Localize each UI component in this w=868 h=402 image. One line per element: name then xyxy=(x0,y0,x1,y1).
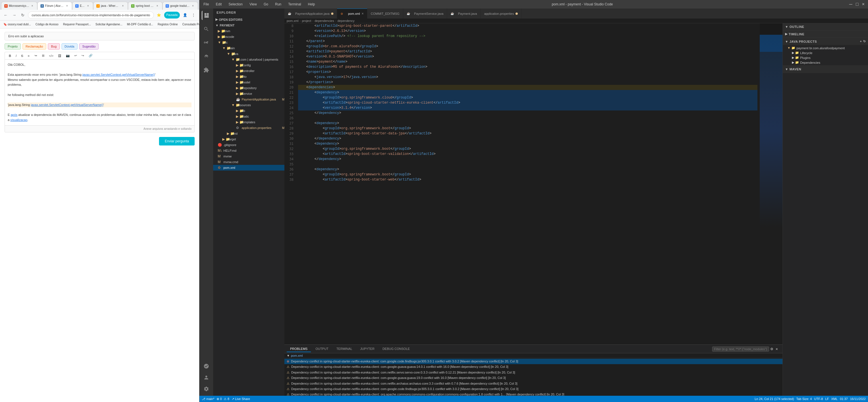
tree-config[interactable]: ▶ 📁 Config xyxy=(213,62,284,68)
java-project-plugins[interactable]: ▶ 📁 Plugins xyxy=(783,55,868,60)
editor-tab-paymentapp[interactable]: ☕ PaymentApplication.java xyxy=(284,8,337,19)
image-button[interactable]: 🖼 xyxy=(56,54,63,58)
tree-service[interactable]: ▶ 📁 Service xyxy=(213,91,284,97)
tree-gitignore[interactable]: 🔴 .gitignore xyxy=(213,142,284,148)
tree-appprops[interactable]: ⚙ application.properties M xyxy=(213,125,284,131)
tree-db[interactable]: ▶ 📁 db xyxy=(213,108,284,113)
panel-tab-debug[interactable]: DEBUG CONSOLE xyxy=(379,346,413,352)
editor-tab-paymentservice[interactable]: ☕ PaymentService.java xyxy=(403,8,447,19)
tab-translate[interactable]: G google tradutor - Po... × xyxy=(162,2,198,10)
tree-resources[interactable]: ▼ 📁 resources xyxy=(213,102,284,108)
activity-search[interactable] xyxy=(202,25,211,34)
status-branch[interactable]: ⎇ main* xyxy=(202,397,214,401)
table-button[interactable]: ⊞ xyxy=(40,53,46,58)
imageup-button[interactable]: 📷 xyxy=(64,53,71,58)
editor-tab-appprops[interactable]: application.properties xyxy=(481,8,522,19)
tree-java[interactable]: ▼ 📁 java xyxy=(213,51,284,57)
category-projeto[interactable]: Projeto xyxy=(5,43,21,49)
tree-dto[interactable]: ▶ 📁 Dto xyxy=(213,74,284,79)
status-errors[interactable]: ⊗ 0 ⚠ 8 xyxy=(217,397,229,401)
activity-settings[interactable] xyxy=(202,384,211,394)
outline-header[interactable]: ▼ OUTLINE xyxy=(783,23,868,30)
panel-tab-output[interactable]: OUTPUT xyxy=(312,346,332,352)
bookmark-ossory[interactable]: 🔖ossory.road dubl... xyxy=(2,22,32,27)
close-window-button[interactable]: × xyxy=(861,2,866,7)
category-bug[interactable]: Bug xyxy=(48,43,60,49)
menu-view[interactable]: View xyxy=(248,2,258,7)
close-panel-button[interactable]: × xyxy=(776,347,778,351)
activity-extensions[interactable] xyxy=(202,65,211,75)
forward-button[interactable]: → xyxy=(11,12,18,19)
tree-helpmd[interactable]: M↓ HELP.md xyxy=(213,148,284,154)
code-lines[interactable]: <artifactId>spring-boot-starter-parent</… xyxy=(296,23,760,344)
listol-button[interactable]: ≔ xyxy=(32,53,39,58)
activity-debug[interactable] xyxy=(202,52,211,61)
payment-section[interactable]: ▼ PAYMENT xyxy=(213,23,284,28)
tree-static[interactable]: ▶ 📁 static xyxy=(213,113,284,119)
problem-item-5[interactable]: ⚠ Dependency conflict in spring-cloud-st… xyxy=(284,386,782,392)
tab-springboot[interactable]: S spring boot - Correct × xyxy=(128,2,162,10)
tab-close-eureka[interactable]: × xyxy=(86,4,90,8)
problem-item-0[interactable]: ⊗ Dependency conflict in spring-cloud-st… xyxy=(284,359,782,364)
maven-header[interactable]: ▼ MAVEN xyxy=(783,66,868,73)
code-ref-4[interactable]: visualizacao xyxy=(10,118,27,122)
tree-model[interactable]: ▶ 📁 model xyxy=(213,79,284,85)
submit-button[interactable]: Enviar pergunta xyxy=(159,137,195,145)
activity-account[interactable] xyxy=(202,373,211,382)
editor-content-area[interactable]: Olá COBOL, Esta aparecendo esse erro pra… xyxy=(5,59,195,126)
code-editor[interactable]: 89101112 1314151617 1819202122 232425262… xyxy=(284,23,782,344)
category-sugestao[interactable]: Sugestão xyxy=(79,43,99,49)
redo-button[interactable]: ↪ xyxy=(80,53,86,58)
code-ref-3[interactable]: após xyxy=(10,113,18,116)
tab-java[interactable]: J java - Where's java... × xyxy=(93,2,128,10)
tree-mvnw[interactable]: M mvnw xyxy=(213,154,284,159)
bookmark-passaport[interactable]: Requerer Passaport... xyxy=(62,22,92,27)
address-bar[interactable] xyxy=(28,11,154,19)
problem-item-3[interactable]: ⚠ Dependency conflict in spring-cloud-st… xyxy=(284,375,782,381)
add-project-button[interactable]: + xyxy=(860,40,862,43)
bookmark-agendame[interactable]: Solicitar Agendame... xyxy=(94,22,124,27)
menu-run[interactable]: Run xyxy=(273,2,283,7)
breadcrumb-dependencies[interactable]: dependencies xyxy=(315,19,334,23)
panel-tab-jupyter[interactable]: JUPYTER xyxy=(357,346,378,352)
breadcrumb-pomxml[interactable]: pom.xml xyxy=(287,19,299,23)
status-encoding[interactable]: UTF-8 xyxy=(814,397,823,401)
tab-close-java[interactable]: × xyxy=(121,4,125,8)
editor-tab-payment[interactable]: ☕ Payment.java xyxy=(447,8,481,19)
javaprojects-header[interactable]: ▼ JAVA PROJECTS + ↻ xyxy=(783,38,868,45)
code-button[interactable]: </> xyxy=(47,54,55,58)
editor-tab-pomxml[interactable]: ⚙ pom.xml × xyxy=(337,8,367,19)
status-position[interactable]: Ln 24, Col 21 (174 selected) xyxy=(754,397,794,401)
undo-button[interactable]: ↩ xyxy=(73,53,79,58)
tab-close-springboot[interactable]: × xyxy=(155,4,159,8)
refresh-projects-button[interactable]: ↻ xyxy=(863,40,866,43)
tab-microsservicos[interactable]: M Microsserviços na pr... × xyxy=(1,2,37,10)
tree-test[interactable]: ▶ 📁 test xyxy=(213,131,284,136)
strikethrough-button[interactable]: S xyxy=(20,54,25,58)
bookmark-midpf[interactable]: MI-DPF Certidão d... xyxy=(126,22,154,27)
menu-terminal[interactable]: Terminal xyxy=(286,2,303,7)
tab-close-alura[interactable]: × xyxy=(65,4,69,8)
tree-paymentapp[interactable]: ☕ PaymentApplication.java M xyxy=(213,97,284,102)
italic-button[interactable]: I xyxy=(14,54,18,58)
tree-vscode[interactable]: ▶ 📁 .vscode xyxy=(213,34,284,40)
java-project-lifecycle[interactable]: ▶ 📁 Lifecycle xyxy=(783,51,868,55)
tree-templates[interactable]: ▶ 📁 templates xyxy=(213,119,284,125)
tree-mvn[interactable]: ▶ 📁 .mvn xyxy=(213,28,284,34)
tree-pomxml[interactable]: ⚙ pom.xml xyxy=(213,165,284,171)
problem-item-6[interactable]: ⚠ Dependency conflict in spring-cloud-st… xyxy=(284,392,782,396)
link-button[interactable]: 🔗 xyxy=(87,53,94,58)
bold-button[interactable]: B xyxy=(7,54,13,58)
category-duvida[interactable]: Dúvida xyxy=(62,43,78,49)
profile-button[interactable]: 👤 xyxy=(182,12,188,19)
tree-repository[interactable]: ▶ 📁 Repository xyxy=(213,85,284,91)
code-ref-2[interactable]: javax.servlet.ServletContext.getVirtualS… xyxy=(31,103,103,106)
menu-selection[interactable]: Selection xyxy=(227,2,244,7)
tab-close-pomxml[interactable]: × xyxy=(362,12,364,16)
tab-alura[interactable]: A Fórum | Alura - Cur... × xyxy=(37,2,72,10)
problem-item-1[interactable]: ⚠ Dependency conflict in spring-cloud-st… xyxy=(284,364,782,370)
activity-remote[interactable] xyxy=(202,362,211,371)
tree-src[interactable]: ▼ 📁 src xyxy=(213,40,284,45)
java-project-dependencies[interactable]: ▶ 📁 Dependencies xyxy=(783,60,868,65)
pause-button[interactable]: Pausada xyxy=(164,12,180,19)
